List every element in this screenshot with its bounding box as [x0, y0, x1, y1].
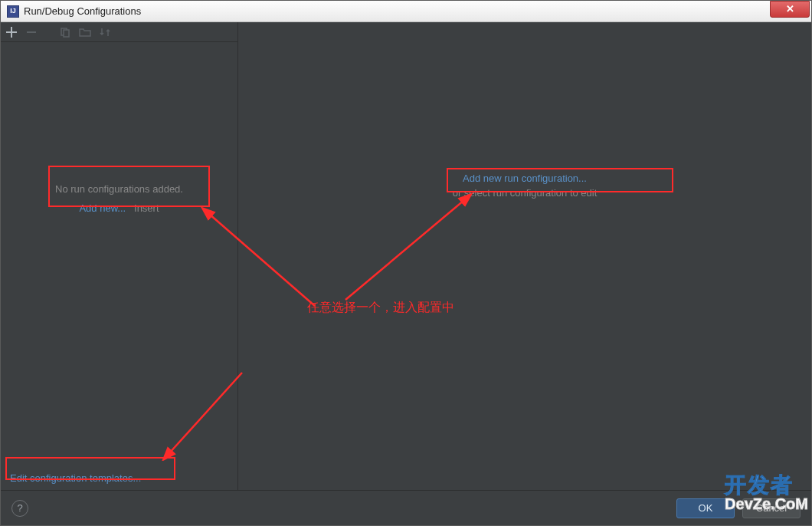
or-select-text: or select run configuration to edit — [238, 187, 811, 199]
svg-rect-2 — [64, 30, 69, 37]
dialog-footer: ? OK Cancel — [1, 490, 811, 525]
help-button[interactable]: ? — [11, 500, 28, 517]
close-button[interactable]: ✕ — [770, 1, 810, 18]
add-new-link[interactable]: Add new... — [79, 202, 126, 214]
dialog-window: IJ Run/Debug Configurations ✕ — [0, 0, 812, 526]
add-new-run-config-link[interactable]: Add new run configuration... — [238, 173, 811, 184]
svg-rect-0 — [27, 31, 36, 33]
copy-icon[interactable] — [59, 26, 71, 38]
edit-templates-link[interactable]: Edit configuration templates... — [10, 472, 141, 484]
left-toolbar — [1, 22, 237, 42]
remove-icon[interactable] — [25, 26, 38, 38]
empty-text: No run configurations added. — [1, 180, 237, 199]
cancel-button[interactable]: Cancel — [742, 498, 801, 518]
window-title: Run/Debug Configurations — [24, 5, 770, 17]
left-panel: No run configurations added. Add new... … — [1, 22, 238, 490]
sort-icon[interactable] — [99, 26, 111, 38]
app-icon: IJ — [7, 5, 19, 18]
close-icon: ✕ — [786, 3, 794, 15]
folder-icon[interactable] — [79, 26, 91, 38]
ok-button[interactable]: OK — [676, 498, 735, 518]
add-icon[interactable] — [5, 26, 18, 38]
titlebar: IJ Run/Debug Configurations ✕ — [1, 1, 811, 22]
add-new-shortcut: Insert — [134, 202, 159, 214]
right-panel: Add new run configuration... or select r… — [238, 22, 811, 490]
dialog-body: No run configurations added. Add new... … — [1, 22, 811, 490]
config-tree: No run configurations added. Add new... … — [1, 42, 237, 490]
